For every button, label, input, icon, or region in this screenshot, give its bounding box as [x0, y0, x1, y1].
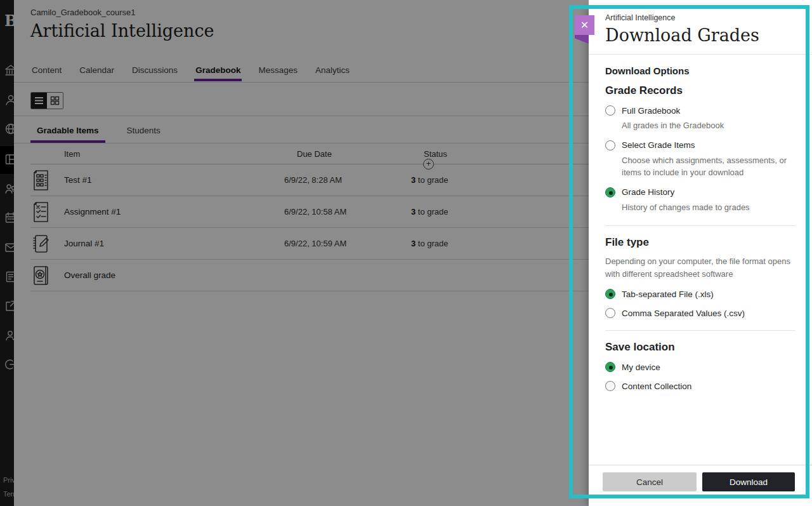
radio-label: My device [622, 363, 660, 372]
download-button[interactable]: Download [702, 472, 795, 491]
section-divider [605, 330, 796, 331]
panel-title: Download Grades [605, 25, 796, 45]
radio-circle-icon-selected[interactable] [605, 289, 615, 299]
radio-circle-icon[interactable] [605, 105, 615, 116]
radio-circle-icon[interactable] [605, 381, 615, 391]
radio-my-device[interactable]: My device [605, 362, 796, 372]
radio-label: Tab-separated File (.xls) [622, 290, 714, 299]
radio-circle-icon[interactable] [605, 140, 615, 150]
radio-label: Select Grade Items [622, 140, 695, 150]
close-icon: ✕ [580, 19, 589, 31]
file-type-heading: File type [605, 236, 796, 249]
radio-grade-history[interactable]: Grade History [605, 187, 796, 197]
app-window: Camilo_Gradebook_course1 Artificial Inte… [0, 0, 812, 506]
radio-description: All grades in the Gradebook [622, 120, 796, 132]
radio-select-grade-items[interactable]: Select Grade Items [605, 140, 796, 150]
close-panel-button[interactable]: ✕ [575, 15, 594, 35]
download-grades-panel: Artificial Intelligence Download Grades … [589, 8, 812, 506]
download-options-heading: Download Options [605, 65, 796, 76]
panel-header: Artificial Intelligence Download Grades [589, 8, 812, 55]
radio-circle-icon-selected[interactable] [605, 362, 615, 372]
radio-description: History of changes made to grades [622, 202, 796, 214]
panel-footer: Cancel Download [589, 465, 812, 498]
grade-records-heading: Grade Records [605, 84, 796, 97]
cancel-button[interactable]: Cancel [603, 472, 697, 491]
radio-label: Grade History [622, 187, 674, 197]
radio-description: Choose which assignments, assessments, o… [622, 155, 796, 179]
panel-body: Download Options Grade Records Full Grad… [589, 55, 812, 463]
radio-label: Comma Separated Values (.csv) [622, 309, 745, 318]
radio-label: Full Gradebook [622, 106, 680, 116]
save-location-heading: Save location [605, 341, 796, 354]
radio-circle-icon[interactable] [605, 308, 615, 318]
radio-circle-icon-selected[interactable] [605, 187, 615, 197]
section-divider [605, 225, 796, 226]
panel-course-label: Artificial Intelligence [605, 13, 796, 22]
radio-full-gradebook[interactable]: Full Gradebook [605, 105, 796, 116]
radio-comma-separated[interactable]: Comma Separated Values (.csv) [605, 308, 796, 318]
modal-backdrop[interactable] [0, 0, 589, 506]
radio-label: Content Collection [622, 382, 691, 391]
radio-content-collection[interactable]: Content Collection [605, 381, 796, 391]
radio-tab-separated[interactable]: Tab-separated File (.xls) [605, 289, 796, 299]
file-type-description: Depending on your computer, the file for… [605, 255, 796, 280]
